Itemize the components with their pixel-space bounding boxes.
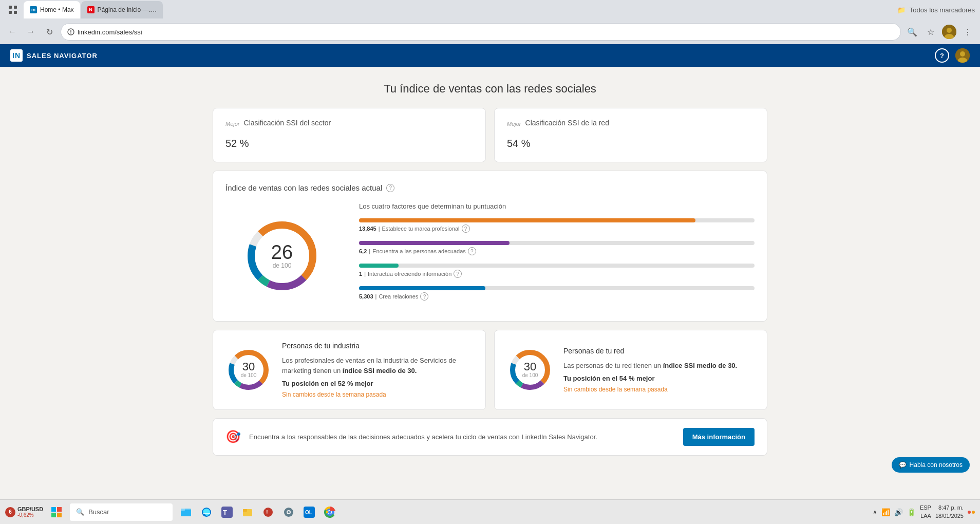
- taskbar-app-settings[interactable]: [279, 503, 298, 521]
- ssi-help-icon[interactable]: ?: [386, 184, 394, 192]
- industry-avg: índice SSI medio de 30.: [343, 367, 417, 375]
- taskbar-app-teams[interactable]: T: [218, 503, 236, 521]
- taskbar-app-files[interactable]: [238, 503, 257, 521]
- bar-fill-4: [359, 286, 485, 290]
- svg-text:T: T: [223, 509, 227, 516]
- ln-logo: in SALES NAVIGATOR: [10, 49, 98, 62]
- tab-label-1: Home • Max: [40, 6, 74, 13]
- bar-help-3[interactable]: ?: [454, 270, 462, 278]
- ssi-donut-section: 26 de 100: [225, 215, 338, 297]
- bar-track-3: [359, 264, 755, 268]
- folder-icon[interactable]: 📁: [895, 4, 908, 16]
- start-button[interactable]: [47, 503, 66, 521]
- taskbar-time: ESP LAA 8:47 p. m. 18/01/2025: [920, 504, 964, 520]
- ssi-card-body: 26 de 100 Los cuatro factores que determ…: [225, 202, 755, 309]
- network-donut-text: 30 de 100: [522, 361, 538, 378]
- battery-icon: 🔋: [907, 508, 916, 516]
- url-text: linkedin.com/sales/ssi: [78, 28, 894, 36]
- network-desc: Las personas de tu red tienen un índice …: [563, 361, 755, 371]
- industry-donut-text: 30 de 100: [241, 361, 257, 378]
- ssi-card-title: Índice de ventas con las redes sociales …: [225, 183, 755, 192]
- ln-header: in SALES NAVIGATOR ?: [0, 44, 980, 67]
- bar-fill-3: [359, 264, 399, 268]
- taskbar-app-chrome[interactable]: [321, 503, 339, 521]
- header-actions: ?: [935, 48, 970, 63]
- bar-value-4: 5,303: [359, 293, 373, 300]
- tab-grid-button[interactable]: [5, 2, 21, 17]
- bar-help-1[interactable]: ?: [462, 224, 470, 233]
- bar-fill-2: [359, 241, 510, 245]
- industry-desc: Los profesionales de ventas en la indust…: [282, 355, 473, 376]
- bar-label-4: 5,303 | Crea relaciones ?: [359, 292, 755, 301]
- browser-toolbar: ← → ↻ linkedin.com/sales/ssi 🔍 ☆ ⋮: [0, 20, 980, 44]
- industry-card-title: Personas de tu industria: [282, 341, 473, 351]
- taskbar-app-explorer[interactable]: [177, 503, 195, 521]
- bar-value-2: 6,2: [359, 248, 367, 254]
- profile-avatar[interactable]: [942, 25, 956, 39]
- ssi-index-card: Índice de ventas con las redes sociales …: [213, 171, 767, 322]
- search-icon: 🔍: [76, 508, 84, 516]
- tab-label-2: Página de inicio —….: [98, 6, 157, 13]
- bar-help-4[interactable]: ?: [420, 292, 428, 301]
- reload-button[interactable]: ↻: [42, 25, 56, 39]
- menu-button[interactable]: ⋮: [960, 25, 975, 39]
- taskbar-app-edge[interactable]: [197, 503, 216, 521]
- bar-label-1: 13,845 | Establece tu marca profesional …: [359, 224, 755, 233]
- sector-card: Mejor Clasificación SSI del sector 52 %: [213, 108, 486, 162]
- bookmark-button[interactable]: ☆: [924, 25, 938, 39]
- help-icon[interactable]: ?: [935, 48, 949, 63]
- network-card-label: Mejor: [507, 121, 521, 127]
- svg-rect-2: [9, 11, 12, 14]
- taskbar-search[interactable]: 🔍 Buscar: [70, 503, 173, 521]
- bookmarks-label: Todos los marcadores: [910, 6, 975, 14]
- bottom-cards-row: 30 de 100 Personas de tu industria Los p…: [213, 330, 767, 410]
- svg-rect-1: [14, 6, 17, 9]
- tray-expand[interactable]: ∧: [873, 509, 877, 516]
- search-button[interactable]: 🔍: [905, 25, 919, 39]
- language-label: ESP LAA: [920, 504, 931, 520]
- industry-donut-chart: 30 de 100: [225, 347, 272, 393]
- bar-label-3: 1 | Interactúa ofreciendo información ?: [359, 270, 755, 278]
- svg-point-6: [947, 28, 952, 33]
- network-card-title: Clasificación SSI de la red: [525, 119, 609, 127]
- donut-score: 26: [271, 242, 293, 262]
- help-chat-button[interactable]: 💬 Habla con nosotros: [892, 457, 970, 473]
- bar-sep-2: |: [369, 248, 370, 254]
- bar-text-2: Encuentra a las personas adecuadas: [372, 248, 466, 254]
- wifi-icon: 📶: [881, 508, 890, 516]
- bar-help-2[interactable]: ?: [468, 247, 476, 255]
- taskbar-app-outlook[interactable]: OL: [300, 503, 318, 521]
- bar-item-1: 13,845 | Establece tu marca profesional …: [359, 218, 755, 233]
- sector-card-unit: %: [237, 138, 249, 149]
- network-donut-chart: 30 de 100: [507, 347, 553, 393]
- cta-button[interactable]: Más información: [683, 428, 755, 446]
- network-card-value: 54 %: [507, 130, 755, 152]
- back-button[interactable]: ←: [5, 25, 20, 39]
- network-card: Mejor Clasificación SSI de la red 54 %: [494, 108, 767, 162]
- address-bar[interactable]: linkedin.com/sales/ssi: [61, 23, 901, 41]
- taskbar-dots: [968, 511, 975, 514]
- ssi-bars-section: Los cuatro factores que determinan tu pu…: [359, 202, 755, 309]
- search-placeholder: Buscar: [88, 508, 109, 516]
- industry-no-change: Sin cambios desde la semana pasada: [282, 390, 473, 399]
- help-chat-label: Habla con nosotros: [910, 461, 963, 469]
- industry-score-sub: de 100: [241, 372, 257, 378]
- top-cards-row: Mejor Clasificación SSI del sector 52 % …: [213, 108, 767, 162]
- industry-position: Tu posición en el 52 % mejor: [282, 379, 473, 389]
- linkedin-icon: in: [10, 49, 23, 62]
- gbp-badge: 6: [5, 507, 15, 517]
- user-avatar[interactable]: [955, 48, 970, 63]
- browser-tab-actions: 📁 Todos los marcadores: [895, 4, 975, 16]
- svg-rect-31: [181, 510, 191, 516]
- tab-netflix[interactable]: N Página de inicio —….: [81, 1, 163, 18]
- volume-icon: 🔊: [894, 508, 903, 516]
- svg-rect-26: [51, 507, 56, 512]
- taskbar-app-security[interactable]: !: [259, 503, 277, 521]
- tab-home-max[interactable]: m Home • Max: [24, 1, 80, 18]
- browser-chrome: m Home • Max N Página de inicio —…. 📁 To…: [0, 0, 980, 44]
- donut-text: 26 de 100: [271, 242, 293, 269]
- network-donut: 30 de 100: [507, 347, 553, 393]
- ssi-bars-title: Los cuatro factores que determinan tu pu…: [359, 202, 755, 210]
- chat-icon: 💬: [899, 461, 907, 469]
- forward-button[interactable]: →: [24, 25, 38, 39]
